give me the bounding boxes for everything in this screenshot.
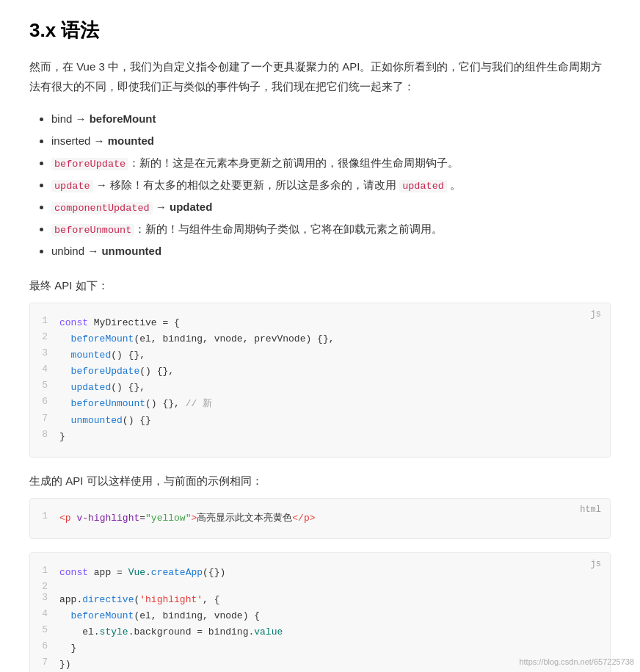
code-update: update <box>51 180 93 192</box>
line-code: beforeMount(el, binding, vnode) { <box>59 608 598 624</box>
line-num: 8 <box>30 429 59 445</box>
code-block-1: js 1 const MyDirective = { 2 beforeMount… <box>29 303 611 458</box>
code-line: 4 beforeUpdate() {}, <box>30 364 598 380</box>
code-line: 4 beforeMount(el, binding, vnode) { <box>30 608 598 624</box>
line-num: 6 <box>30 396 59 412</box>
list-item-beforeupdate: beforeUpdate：新的！这是在元素本身更新之前调用的，很像组件生命周期钩… <box>51 152 611 174</box>
list-item-inserted-text: inserted → mounted <box>51 134 154 147</box>
code-table-2: 1 <p v-highlight="yellow">高亮显示此文本亮黄色</p> <box>30 510 598 527</box>
line-num: 7 <box>30 413 59 429</box>
api-label: 最终 API 如下： <box>29 275 611 295</box>
code-line: 7 unmounted() {} <box>30 413 598 429</box>
line-num: 7 <box>30 657 59 672</box>
line-num: 4 <box>30 364 59 380</box>
line-code: } <box>59 429 598 445</box>
page-title: 3.x 语法 <box>29 18 611 43</box>
line-code: beforeUnmount() {}, // 新 <box>59 396 598 412</box>
code-line: 1 <p v-highlight="yellow">高亮显示此文本亮黄色</p> <box>30 510 598 527</box>
line-code: beforeMount(el, binding, vnode, prevVnod… <box>59 331 598 347</box>
code-table-3: 1 const app = Vue.createApp({}) 2 3 app.… <box>30 565 598 672</box>
code-line: 3 app.directive('highlight', { <box>30 592 598 608</box>
list-item-componentupdated: componentUpdated → updated <box>51 196 611 218</box>
code-line: 3 mounted() {}, <box>30 347 598 364</box>
line-code <box>59 581 598 592</box>
list-item-inserted: inserted → mounted <box>51 130 611 152</box>
code-line: 2 beforeMount(el, binding, vnode, prevVn… <box>30 331 598 347</box>
list-item-unbind: unbind → unmounted <box>51 240 611 262</box>
feature-list: bind → beforeMount inserted → mounted be… <box>29 108 611 262</box>
code-componentupdated: componentUpdated <box>51 202 153 214</box>
list-item-beforeunmount: beforeUnmount：新的！与组件生命周期钩子类似，它将在卸载元素之前调用… <box>51 218 611 240</box>
code-line: 6 beforeUnmount() {}, // 新 <box>30 396 598 412</box>
code-line: 2 <box>30 581 598 592</box>
line-num: 5 <box>30 380 59 396</box>
line-num: 2 <box>30 331 59 347</box>
line-num: 4 <box>30 608 59 624</box>
code-table-1: 1 const MyDirective = { 2 beforeMount(el… <box>30 315 598 445</box>
list-item-update-text: update → 移除！有太多的相似之处要更新，所以这是多余的，请改用 upda… <box>51 178 461 191</box>
line-num: 5 <box>30 624 59 640</box>
line-code: el.style.background = binding.value <box>59 624 598 640</box>
code-updated-inline: updated <box>399 180 447 192</box>
list-item-unbind-text: unbind → unmounted <box>51 245 161 257</box>
line-code: beforeUpdate() {}, <box>59 364 598 380</box>
code-line: 1 const MyDirective = { <box>30 315 598 331</box>
line-num: 3 <box>30 347 59 364</box>
list-item-beforeupdate-text: beforeUpdate：新的！这是在元素本身更新之前调用的，很像组件生命周期钩… <box>51 156 459 169</box>
intro-paragraph: 然而，在 Vue 3 中，我们为自定义指令创建了一个更具凝聚力的 API。正如你… <box>29 57 611 96</box>
line-code: mounted() {}, <box>59 347 598 364</box>
watermark: https://blog.csdn.net/657225738 <box>519 657 634 666</box>
lang-tag-2: html <box>580 505 601 515</box>
list-item-componentupdated-text: componentUpdated → updated <box>51 200 212 213</box>
code-beforeupdate: beforeUpdate <box>51 158 128 170</box>
code-line: 8 } <box>30 429 598 445</box>
lang-tag-3: js <box>591 559 601 569</box>
code-block-3: js 1 const app = Vue.createApp({}) 2 3 a… <box>29 552 611 672</box>
line-code: app.directive('highlight', { <box>59 592 598 608</box>
usage-label: 生成的 API 可以这样使用，与前面的示例相同： <box>29 471 611 491</box>
list-item-beforeunmount-text: beforeUnmount：新的！与组件生命周期钩子类似，它将在卸载元素之前调用… <box>51 223 443 235</box>
list-item-update: update → 移除！有太多的相似之处要更新，所以这是多余的，请改用 upda… <box>51 174 611 196</box>
line-num: 2 <box>30 581 59 592</box>
line-code: } <box>59 640 598 657</box>
line-code: unmounted() {} <box>59 413 598 429</box>
line-num: 3 <box>30 592 59 608</box>
line-code: const MyDirective = { <box>59 315 598 331</box>
code-line: 6 } <box>30 640 598 657</box>
code-block-2: html 1 <p v-highlight="yellow">高亮显示此文本亮黄… <box>29 498 611 539</box>
code-line: 5 updated() {}, <box>30 380 598 396</box>
list-item-bind-text: bind → beforeMount <box>51 112 156 125</box>
code-line: 5 el.style.background = binding.value <box>30 624 598 640</box>
line-code: <p v-highlight="yellow">高亮显示此文本亮黄色</p> <box>59 510 598 527</box>
list-item-bind: bind → beforeMount <box>51 108 611 130</box>
line-code: const app = Vue.createApp({}) <box>59 565 598 581</box>
code-line: 1 const app = Vue.createApp({}) <box>30 565 598 581</box>
line-code: updated() {}, <box>59 380 598 396</box>
line-num: 1 <box>30 565 59 581</box>
lang-tag-1: js <box>591 309 601 319</box>
code-line: 7 }) <box>30 657 598 672</box>
line-num: 1 <box>30 510 59 527</box>
code-beforeunmount: beforeUnmount <box>51 224 134 236</box>
line-code: }) <box>59 657 598 672</box>
line-num: 6 <box>30 640 59 657</box>
line-num: 1 <box>30 315 59 331</box>
